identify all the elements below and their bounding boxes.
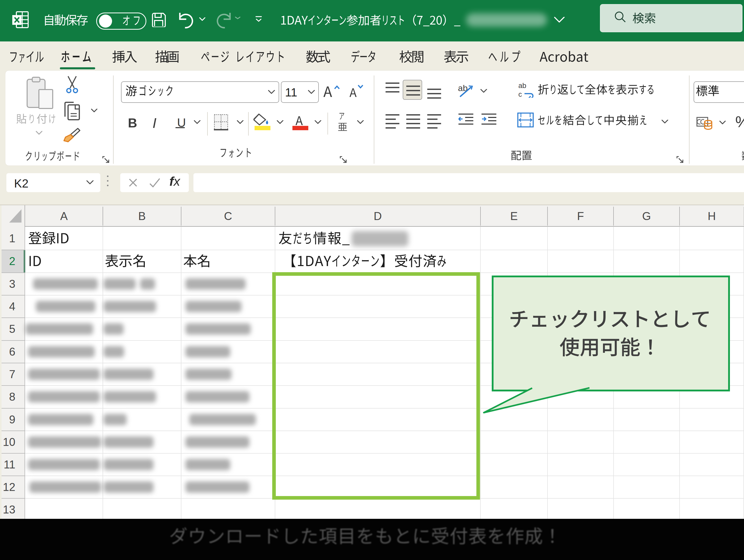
svg-text:c: c	[518, 90, 522, 98]
svg-text:ab: ab	[518, 82, 526, 89]
